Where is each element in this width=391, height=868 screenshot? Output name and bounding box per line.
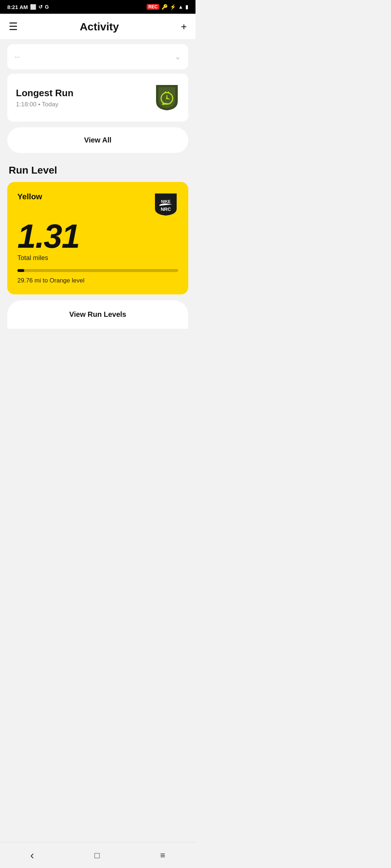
menu-button[interactable]: ☰ xyxy=(9,21,18,33)
run-level-progress-bar-fill xyxy=(17,269,24,272)
main-content: ··· ⌄ Longest Run 1:18:00 • Today V xyxy=(0,44,196,336)
view-all-button[interactable]: View All xyxy=(7,127,188,153)
status-bar-left: 8:21 AM ⬜ ↺ G xyxy=(7,4,49,10)
add-button[interactable]: + xyxy=(181,21,187,33)
longest-run-meta: 1:18:00 • Today xyxy=(16,101,73,108)
svg-text:NIKE: NIKE xyxy=(161,199,171,204)
rec-icon: REC xyxy=(147,4,159,10)
run-level-card-header: Yellow NIKE NRC xyxy=(17,192,178,217)
rotate-icon: ↺ xyxy=(38,4,43,10)
svg-rect-5 xyxy=(165,92,166,93)
run-level-section-heading: Run Level xyxy=(0,153,196,182)
run-level-progress-text: 29.76 mi to Orange level xyxy=(17,277,178,284)
longest-run-card[interactable]: Longest Run 1:18:00 • Today xyxy=(7,74,188,122)
run-level-card[interactable]: Yellow NIKE NRC 1.31 Total miles 29.76 m… xyxy=(7,182,188,294)
svg-rect-6 xyxy=(168,92,169,93)
longest-run-badge-icon xyxy=(154,83,180,112)
status-time: 8:21 AM xyxy=(7,4,28,10)
google-icon: G xyxy=(45,4,49,10)
wifi-icon: ▲ xyxy=(178,4,183,10)
battery-icon: ▮ xyxy=(185,4,188,10)
partial-card: ··· ⌄ xyxy=(7,44,188,69)
run-level-progress-bar-container xyxy=(17,269,178,272)
app-header: ☰ Activity + xyxy=(0,14,196,40)
status-bar-right: REC 🔑 ⚡ ▲ ▮ xyxy=(147,4,188,10)
partial-chevron-icon: ⌄ xyxy=(175,52,181,61)
bluetooth-icon: ⚡ xyxy=(170,4,176,10)
svg-text:NRC: NRC xyxy=(161,207,171,212)
video-icon: ⬜ xyxy=(30,4,36,10)
key-icon: 🔑 xyxy=(161,4,168,10)
nrc-badge-icon: NIKE NRC xyxy=(154,192,178,217)
longest-run-title: Longest Run xyxy=(16,88,73,99)
status-bar: 8:21 AM ⬜ ↺ G REC 🔑 ⚡ ▲ ▮ xyxy=(0,0,196,14)
partial-card-text: ··· xyxy=(14,53,20,61)
longest-run-info: Longest Run 1:18:00 • Today xyxy=(16,88,73,108)
run-level-miles-unit: Total miles xyxy=(17,254,178,262)
view-run-levels-button[interactable]: View Run Levels xyxy=(7,300,188,329)
run-level-name: Yellow xyxy=(17,192,42,201)
page-title: Activity xyxy=(80,21,119,33)
run-level-miles-value: 1.31 xyxy=(17,220,178,253)
svg-point-4 xyxy=(166,98,168,99)
